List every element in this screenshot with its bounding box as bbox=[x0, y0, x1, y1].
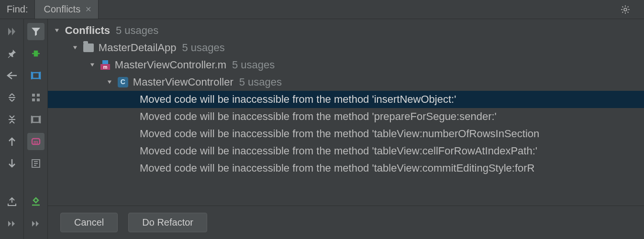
result-text: Moved code will be inaccessible from the… bbox=[140, 125, 539, 142]
result-row[interactable]: Moved code will be inaccessible from the… bbox=[48, 160, 644, 177]
expand-all-icon[interactable] bbox=[3, 89, 21, 106]
tree-project-label: MasterDetailApp bbox=[99, 39, 177, 56]
tree-root-label: Conflicts bbox=[65, 22, 110, 39]
result-row[interactable]: Moved code will be inaccessible from the… bbox=[48, 108, 644, 125]
tree-file-usages: 5 usages bbox=[226, 56, 275, 74]
usage-grouping-icon[interactable] bbox=[27, 89, 44, 106]
tree-root[interactable]: ▼ Conflicts 5 usages bbox=[48, 22, 644, 39]
result-row[interactable]: Moved code will be inaccessible from the… bbox=[48, 142, 644, 160]
module-group-icon[interactable] bbox=[27, 67, 44, 84]
svg-point-0 bbox=[624, 8, 627, 11]
tab-title: Conflicts bbox=[44, 4, 80, 15]
result-row[interactable]: Moved code will be inaccessible from the… bbox=[48, 91, 644, 108]
more-right-icon-2[interactable] bbox=[27, 215, 44, 232]
close-icon[interactable]: ✕ bbox=[85, 5, 91, 14]
svg-rect-3 bbox=[32, 94, 35, 97]
tree-root-usages: 5 usages bbox=[110, 22, 158, 39]
result-text: Moved code will be inaccessible from the… bbox=[140, 142, 537, 160]
pin-icon[interactable] bbox=[3, 45, 21, 62]
tool-column-1 bbox=[0, 19, 24, 239]
collapse-all-icon[interactable] bbox=[3, 111, 21, 128]
result-row[interactable]: Moved code will be inaccessible from the… bbox=[48, 125, 644, 142]
tree-class-usages: 5 usages bbox=[233, 73, 282, 91]
autoscroll-icon[interactable] bbox=[27, 193, 44, 210]
svg-rect-4 bbox=[37, 94, 40, 97]
chevron-down-icon[interactable]: ▼ bbox=[72, 43, 83, 52]
result-text: Moved code will be inaccessible from the… bbox=[140, 108, 497, 125]
gear-icon[interactable] bbox=[620, 4, 631, 15]
do-refactor-button[interactable]: Do Refactor bbox=[128, 213, 207, 232]
back-icon[interactable] bbox=[3, 67, 21, 84]
class-icon: C bbox=[118, 77, 128, 87]
footer: Cancel Do Refactor bbox=[48, 206, 644, 239]
more-right-icon[interactable] bbox=[3, 215, 21, 232]
svg-rect-5 bbox=[32, 98, 35, 101]
conflicts-tree: ▼ Conflicts 5 usages ▼ MasterDetailApp 5… bbox=[48, 19, 644, 206]
tab-conflicts[interactable]: Conflicts ✕ bbox=[35, 0, 99, 19]
rerun-icon[interactable] bbox=[3, 23, 21, 40]
file-structure-icon[interactable] bbox=[27, 111, 44, 128]
prev-occurrence-icon[interactable] bbox=[3, 133, 21, 150]
svg-rect-7 bbox=[33, 117, 39, 122]
tree-class[interactable]: ▼ C MasterViewController 5 usages bbox=[48, 74, 644, 91]
svg-text:m: m bbox=[33, 139, 38, 145]
folder-icon bbox=[83, 43, 94, 52]
objc-file-icon: m bbox=[100, 60, 110, 70]
tab-strip: Find: Conflicts ✕ bbox=[0, 0, 644, 19]
tree-project-usages: 5 usages bbox=[177, 39, 225, 56]
result-text: Moved code will be inaccessible from the… bbox=[140, 90, 456, 108]
find-label: Find: bbox=[0, 0, 35, 19]
result-text: Moved code will be inaccessible from the… bbox=[140, 159, 535, 177]
filter-icon[interactable] bbox=[27, 23, 44, 40]
svg-rect-6 bbox=[37, 98, 40, 101]
cancel-button[interactable]: Cancel bbox=[60, 213, 118, 232]
export-icon[interactable] bbox=[3, 193, 21, 210]
chevron-down-icon[interactable]: ▼ bbox=[106, 77, 118, 87]
tree-file-label: MasterViewController.m bbox=[115, 56, 226, 74]
tool-column-2: m bbox=[24, 19, 48, 239]
svg-rect-2 bbox=[33, 73, 39, 78]
group-icon[interactable] bbox=[27, 45, 44, 62]
chevron-down-icon[interactable]: ▼ bbox=[54, 26, 65, 35]
method-group-icon[interactable]: m bbox=[27, 133, 44, 150]
tree-project[interactable]: ▼ MasterDetailApp 5 usages bbox=[48, 39, 644, 56]
chevron-down-icon[interactable]: ▼ bbox=[89, 60, 100, 69]
svg-rect-1 bbox=[34, 51, 37, 56]
tree-file[interactable]: ▼ m MasterViewController.m 5 usages bbox=[48, 56, 644, 74]
next-occurrence-icon[interactable] bbox=[3, 155, 21, 172]
tree-class-label: MasterViewController bbox=[133, 73, 233, 91]
preview-icon[interactable] bbox=[27, 155, 44, 172]
